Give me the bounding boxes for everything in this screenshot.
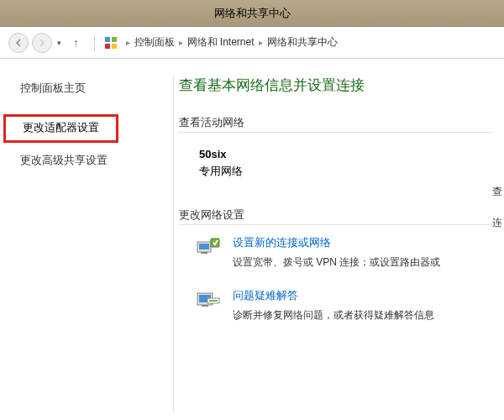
breadcrumb: ▸ 控制面板 ▸ 网络和 Internet ▸ 网络和共享中心 — [123, 35, 338, 50]
troubleshoot-item: 问题疑难解答 诊断并修复网络问题，或者获得疑难解答信息 — [179, 278, 492, 331]
svg-rect-6 — [201, 252, 207, 254]
svg-rect-7 — [211, 239, 219, 247]
chevron-right-icon: ▸ — [179, 38, 183, 47]
page-heading: 查看基本网络信息并设置连接 — [179, 76, 492, 95]
arrow-right-icon — [38, 39, 46, 47]
sidebar-adapter-label: 更改适配器设置 — [23, 121, 99, 134]
troubleshoot-desc: 诊断并修复网络问题，或者获得疑难解答信息 — [233, 309, 434, 321]
back-button[interactable] — [8, 33, 29, 53]
cropped-text: 连 — [492, 216, 504, 230]
breadcrumb-item[interactable]: 网络和共享中心 — [267, 35, 338, 50]
svg-rect-5 — [199, 244, 209, 249]
svg-rect-3 — [112, 44, 117, 49]
network-name: 50six — [199, 148, 492, 160]
change-settings-header: 更改网络设置 — [179, 207, 492, 225]
active-networks-header: 查看活动网络 — [179, 115, 492, 133]
nav-bar: ▾ ↑ ▸ 控制面板 ▸ 网络和 Internet ▸ 网络和共享中心 — [0, 27, 504, 59]
vertical-separator — [173, 76, 174, 412]
svg-rect-10 — [202, 305, 208, 307]
control-panel-icon — [103, 35, 118, 50]
arrow-left-icon — [14, 39, 23, 47]
chevron-right-icon: ▸ — [126, 38, 130, 47]
setup-connection-icon — [196, 235, 223, 259]
up-button[interactable]: ↑ — [73, 36, 79, 49]
active-network-block: 50six 专用网络 — [179, 133, 492, 199]
svg-rect-1 — [112, 37, 117, 42]
history-dropdown[interactable]: ▾ — [57, 39, 61, 47]
setup-connection-item: 设置新的连接或网络 设置宽带、拨号或 VPN 连接；或设置路由器或 — [179, 225, 492, 278]
title-bar: 网络和共享中心 — [0, 0, 504, 27]
breadcrumb-item[interactable]: 网络和 Internet — [187, 35, 255, 50]
setup-connection-desc: 设置宽带、拨号或 VPN 连接；或设置路由器或 — [233, 256, 440, 268]
sidebar-home-link[interactable]: 控制面板主页 — [0, 76, 168, 101]
troubleshoot-link[interactable]: 问题疑难解答 — [233, 288, 434, 303]
sidebar: 控制面板主页 更改适配器设置 更改高级共享设置 — [0, 59, 168, 420]
svg-rect-0 — [105, 37, 110, 42]
main-content: 查看基本网络信息并设置连接 查看活动网络 50six 专用网络 更改网络设置 设… — [179, 59, 492, 420]
window-title: 网络和共享中心 — [214, 6, 291, 21]
network-type: 专用网络 — [199, 164, 492, 179]
svg-rect-2 — [105, 44, 110, 49]
chevron-right-icon: ▸ — [259, 38, 263, 47]
sidebar-adapter-link-highlighted[interactable]: 更改适配器设置 — [3, 114, 118, 143]
svg-rect-12 — [209, 300, 218, 302]
breadcrumb-item[interactable]: 控制面板 — [134, 35, 175, 50]
forward-button[interactable] — [32, 33, 52, 53]
divider — [94, 34, 95, 51]
setup-connection-link[interactable]: 设置新的连接或网络 — [233, 235, 440, 250]
sidebar-advanced-link[interactable]: 更改高级共享设置 — [0, 148, 168, 173]
cropped-text: 查 — [492, 185, 504, 199]
troubleshoot-icon — [196, 288, 223, 312]
right-panel-edge: 查 连 — [492, 59, 504, 420]
